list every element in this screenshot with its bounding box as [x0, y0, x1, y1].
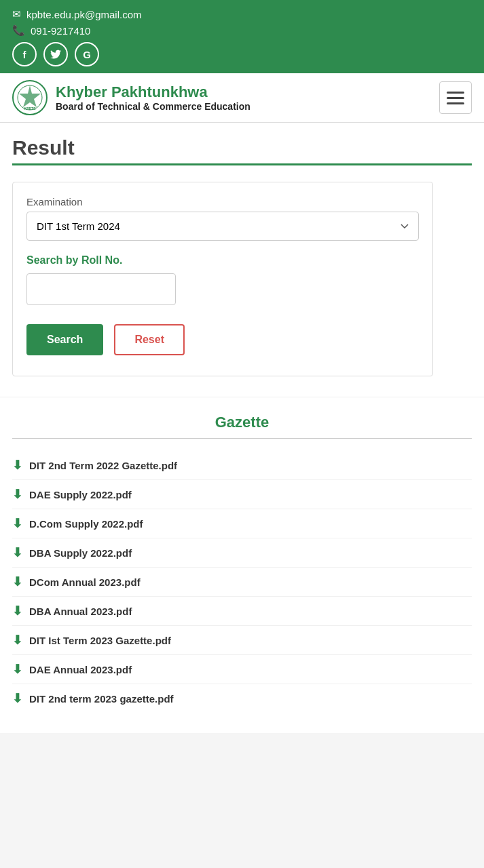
examination-select[interactable]: DIT 1st Term 2024DIT 2nd Term 2023DAE An… — [26, 212, 419, 241]
download-icon: ⬇ — [12, 574, 22, 589]
gazette-list-item[interactable]: ⬇DAE Annual 2023.pdf — [12, 655, 472, 684]
download-icon: ⬇ — [12, 604, 22, 618]
download-icon: ⬇ — [12, 691, 22, 706]
download-icon: ⬇ — [12, 487, 22, 502]
hamburger-line-2 — [447, 97, 464, 99]
hamburger-button[interactable] — [439, 81, 472, 114]
roll-no-input[interactable] — [26, 273, 176, 305]
examination-label: Examination — [26, 196, 419, 208]
download-icon: ⬇ — [12, 516, 22, 531]
main-content: Result Examination DIT 1st Term 2024DIT … — [0, 123, 484, 397]
form-buttons: Search Reset — [26, 324, 419, 355]
gazette-list-item[interactable]: ⬇D.Com Supply 2022.pdf — [12, 509, 472, 538]
gazette-file-name: DBA Supply 2022.pdf — [29, 547, 132, 559]
logo-area: KPBTE Khyber Pakhtunkhwa Board of Techni… — [12, 80, 250, 115]
gazette-list-item[interactable]: ⬇DBA Annual 2023.pdf — [12, 597, 472, 626]
gazette-title: Gazette — [12, 414, 472, 431]
hamburger-line-1 — [447, 92, 464, 94]
svg-text:KPBTE: KPBTE — [24, 106, 37, 111]
gazette-file-name: DCom Annual 2023.pdf — [29, 576, 141, 588]
email-icon: ✉ — [12, 8, 21, 20]
download-icon: ⬇ — [12, 458, 22, 473]
gazette-file-name: DIT 2nd term 2023 gazette.pdf — [29, 693, 174, 705]
phone-text: 091-9217410 — [31, 25, 90, 37]
header: KPBTE Khyber Pakhtunkhwa Board of Techni… — [0, 73, 484, 123]
gazette-file-name: DAE Annual 2023.pdf — [29, 664, 132, 675]
gazette-list-item[interactable]: ⬇DIT 2nd term 2023 gazette.pdf — [12, 684, 472, 713]
top-bar: ✉ kpbte.edu.pk@gmail.com 📞 091-9217410 f… — [0, 0, 484, 73]
logo-emblem: KPBTE — [12, 80, 48, 115]
phone-row: 📞 091-9217410 — [12, 24, 472, 37]
email-row: ✉ kpbte.edu.pk@gmail.com — [12, 8, 472, 20]
gazette-file-name: D.Com Supply 2022.pdf — [29, 518, 143, 530]
gazette-section: Gazette ⬇DIT 2nd Term 2022 Gazette.pdf⬇D… — [0, 397, 484, 733]
gazette-list-item[interactable]: ⬇DIT Ist Term 2023 Gazette.pdf — [12, 626, 472, 655]
phone-icon: 📞 — [12, 24, 25, 37]
gazette-list-item[interactable]: ⬇DIT 2nd Term 2022 Gazette.pdf — [12, 451, 472, 480]
result-form-card: Examination DIT 1st Term 2024DIT 2nd Ter… — [12, 182, 433, 376]
gazette-file-name: DBA Annual 2023.pdf — [29, 606, 132, 617]
gazette-divider — [12, 438, 472, 439]
download-icon: ⬇ — [12, 633, 22, 648]
header-title: Khyber Pakhtunkhwa — [56, 83, 250, 101]
header-subtitle: Board of Technical & Commerce Education — [56, 101, 250, 112]
gazette-list-item[interactable]: ⬇DAE Supply 2022.pdf — [12, 480, 472, 509]
hamburger-line-3 — [447, 102, 464, 104]
gazette-list-item[interactable]: ⬇DBA Supply 2022.pdf — [12, 538, 472, 568]
download-icon: ⬇ — [12, 545, 22, 560]
result-underline — [12, 163, 472, 165]
gazette-file-name: DIT 2nd Term 2022 Gazette.pdf — [29, 460, 177, 471]
email-text: kpbte.edu.pk@gmail.com — [26, 9, 141, 20]
result-heading: Result — [12, 136, 472, 159]
download-icon: ⬇ — [12, 662, 22, 677]
gazette-list-item[interactable]: ⬇DCom Annual 2023.pdf — [12, 568, 472, 597]
header-text: Khyber Pakhtunkhwa Board of Technical & … — [56, 83, 250, 112]
search-by-label: Search by Roll No. — [26, 254, 419, 267]
svg-marker-2 — [19, 85, 41, 107]
gazette-file-name: DAE Supply 2022.pdf — [29, 489, 132, 500]
social-icons-row: f G — [12, 42, 472, 66]
twitter-button[interactable] — [43, 42, 68, 66]
gazette-list: ⬇DIT 2nd Term 2022 Gazette.pdf⬇DAE Suppl… — [12, 451, 472, 713]
facebook-button[interactable]: f — [12, 42, 37, 66]
reset-button[interactable]: Reset — [114, 324, 185, 355]
google-button[interactable]: G — [75, 42, 99, 66]
search-button[interactable]: Search — [26, 324, 103, 355]
gazette-file-name: DIT Ist Term 2023 Gazette.pdf — [29, 635, 171, 646]
